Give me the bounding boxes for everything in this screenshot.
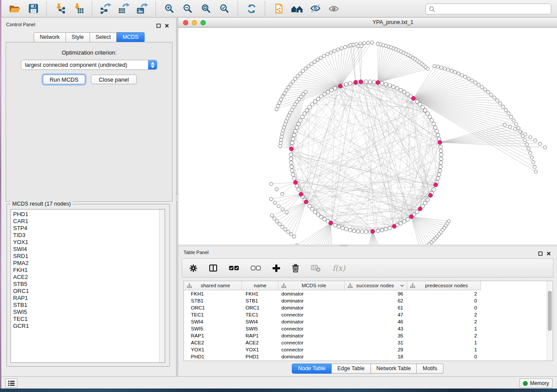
tab-edge-table[interactable]: Edge Table <box>332 364 370 374</box>
select-all-icon[interactable] <box>229 265 239 271</box>
mcds-result-item[interactable]: TID3 <box>11 232 159 239</box>
column-header-successor-nodes[interactable]: successor nodes <box>345 281 407 290</box>
close-panel-button[interactable]: Close panel <box>91 75 137 84</box>
toolbar-separator <box>265 1 266 16</box>
apply-layout-icon[interactable] <box>244 2 259 16</box>
import-network-icon[interactable] <box>53 2 68 16</box>
table-row[interactable]: YOX1YOX1connector291 <box>184 346 547 353</box>
mcds-hub-node[interactable] <box>412 96 415 100</box>
mcds-result-item[interactable]: SWI5 <box>11 309 159 316</box>
open-file-icon[interactable] <box>7 2 22 16</box>
delete-column-icon[interactable] <box>292 264 299 272</box>
float-panel-icon[interactable] <box>156 22 161 30</box>
network-graph[interactable] <box>178 28 557 244</box>
optimization-criterion-dropdown[interactable]: largest connected component (undirected) <box>21 60 157 70</box>
mcds-hub-node[interactable] <box>409 215 413 219</box>
deselect-all-icon[interactable] <box>251 265 261 271</box>
search-field[interactable] <box>426 3 551 14</box>
mcds-hub-node[interactable] <box>376 81 380 85</box>
mcds-result-item[interactable]: CAR1 <box>11 218 159 225</box>
zoom-out-icon[interactable] <box>180 2 195 16</box>
task-history-button[interactable] <box>5 378 17 388</box>
mcds-result-item[interactable]: ORC1 <box>11 288 159 295</box>
network-file-icon[interactable] <box>271 2 286 16</box>
column-header-shared-name[interactable]: shared name <box>184 281 242 290</box>
mcds-hub-node[interactable] <box>418 207 422 211</box>
mcds-result-item[interactable]: STB5 <box>11 281 159 288</box>
table-row[interactable]: ORC1ORC1dominator610 <box>184 304 547 311</box>
zoom-selected-icon[interactable] <box>217 2 232 16</box>
mcds-result-item[interactable]: PMA2 <box>11 260 159 267</box>
mcds-result-item[interactable]: ACE2 <box>11 274 159 281</box>
mcds-hub-node[interactable] <box>304 200 308 204</box>
export-image-icon[interactable] <box>135 2 150 16</box>
mcds-result-item[interactable]: PHD1 <box>11 211 159 218</box>
column-header-predecessor-nodes[interactable]: predecessor nodes <box>407 281 481 290</box>
table-row[interactable]: SWI5SWI5connector431 <box>184 325 547 332</box>
horizontal-splitter-handle[interactable] <box>340 245 348 246</box>
mcds-hub-node[interactable] <box>294 180 298 184</box>
mcds-result-item[interactable]: GCR1 <box>11 323 159 330</box>
toggle-panes-icon[interactable] <box>209 265 217 272</box>
close-panel-icon[interactable] <box>547 250 551 258</box>
table-row[interactable]: PHD1PHD1dominator180 <box>184 353 547 360</box>
table-row[interactable]: RAP1RAP1dominator352 <box>184 332 547 339</box>
mcds-hub-node[interactable] <box>289 147 293 151</box>
tab-select[interactable]: Select <box>90 32 117 42</box>
settings-gear-icon[interactable] <box>189 264 197 272</box>
table-scrollbar-thumb[interactable] <box>548 291 552 331</box>
zoom-fit-icon[interactable] <box>199 2 214 16</box>
table-tabs: Node TableEdge TableNetwork TableMotifs <box>178 364 557 374</box>
column-header-MCDS-role[interactable]: MCDS role <box>278 281 345 290</box>
column-header-name[interactable]: name <box>242 281 278 290</box>
export-table-icon[interactable] <box>117 2 131 16</box>
mcds-result-item[interactable]: YOX1 <box>11 239 159 246</box>
close-panel-icon[interactable] <box>165 22 169 30</box>
mcds-result-item[interactable]: SRD1 <box>11 253 159 260</box>
mcds-result-list[interactable]: PHD1CAR1STP4TID3YOX1SWI4SRD1PMA2FKH1ACE2… <box>10 209 165 363</box>
mcds-result-item[interactable]: STP4 <box>11 225 159 232</box>
export-network-icon[interactable] <box>98 2 113 16</box>
run-mcds-button[interactable]: Run MCDS <box>43 75 85 84</box>
table-row[interactable]: STB1STB1dominator620 <box>184 297 547 304</box>
show-hide-icon[interactable] <box>326 2 341 16</box>
tab-style[interactable]: Style <box>66 32 90 42</box>
import-table-icon[interactable] <box>71 2 86 16</box>
save-session-icon[interactable] <box>26 2 41 16</box>
add-column-icon[interactable] <box>273 265 280 272</box>
mcds-hub-node[interactable] <box>339 84 343 88</box>
table-scrollbar[interactable] <box>547 281 553 361</box>
network-window-titlebar[interactable]: YPA_prune.txt_1 <box>178 18 557 28</box>
float-panel-icon[interactable] <box>538 250 543 258</box>
table-row[interactable]: ACE2ACE2connector311 <box>184 339 547 346</box>
table-row[interactable]: TEC1TEC1connector472 <box>184 311 547 318</box>
result-list-scrollbar[interactable] <box>159 210 165 362</box>
tab-motifs[interactable]: Motifs <box>417 364 443 374</box>
mcds-hub-node[interactable] <box>359 80 363 84</box>
mcds-hub-node[interactable] <box>329 221 333 225</box>
mcds-result-item[interactable]: FKH1 <box>11 267 159 274</box>
mcds-result-item[interactable]: TEC1 <box>11 316 159 323</box>
mcds-result-item[interactable]: STB1 <box>11 302 159 309</box>
mcds-hub-node[interactable] <box>370 230 374 234</box>
tab-node-table[interactable]: Node Table <box>292 364 332 374</box>
toggle-graphics-details-icon[interactable] <box>308 2 323 16</box>
mcds-hub-node[interactable] <box>438 141 442 144</box>
mcds-hub-node[interactable] <box>392 224 396 228</box>
zoom-in-icon[interactable] <box>162 2 177 16</box>
search-network-icon[interactable] <box>290 2 304 16</box>
table-row[interactable]: FKH1FKH1dominator962 <box>184 290 547 297</box>
mcds-hub-node[interactable] <box>434 183 438 187</box>
memory-button[interactable]: Memory <box>519 378 553 388</box>
network-canvas[interactable] <box>178 28 557 244</box>
mcds-hub-node[interactable] <box>353 80 357 84</box>
table-row[interactable]: SWI4SWI4dominator462 <box>184 318 547 325</box>
mcds-result-item[interactable]: RAP1 <box>11 295 159 302</box>
mcds-hub-node[interactable] <box>429 193 432 197</box>
tab-network-table[interactable]: Network Table <box>371 364 417 374</box>
tab-mcds[interactable]: MCDS <box>117 32 145 42</box>
tab-network[interactable]: Network <box>34 32 66 42</box>
search-input[interactable] <box>435 4 551 14</box>
mcds-result-item[interactable]: SWI4 <box>11 246 159 253</box>
mcds-hub-node[interactable] <box>299 192 303 196</box>
